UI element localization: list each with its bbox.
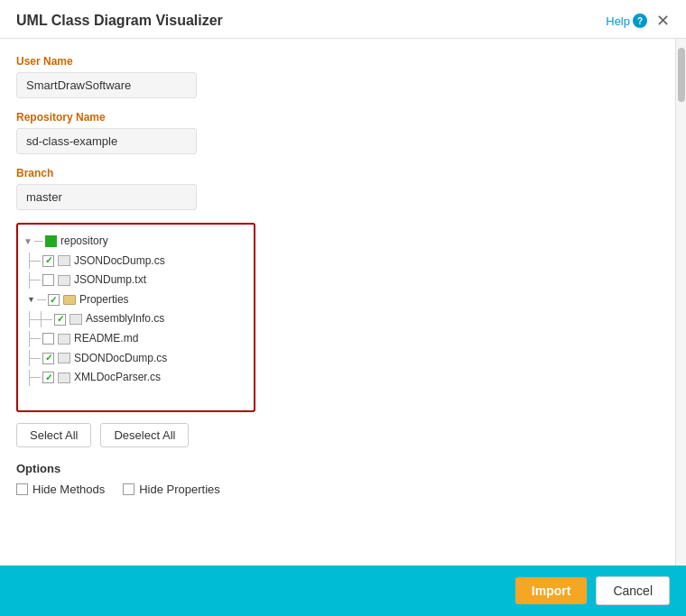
- options-title: Options: [16, 462, 659, 475]
- title-actions: Help ? ✕: [606, 13, 670, 29]
- hide-methods-label: Hide Methods: [32, 483, 105, 496]
- tree-buttons-row: Select All Deselect All: [16, 423, 659, 447]
- repo-name-label: Repository Name: [16, 111, 659, 124]
- tree-root-row: ▼ repository: [23, 232, 248, 252]
- user-name-input[interactable]: SmartDrawSoftware: [16, 72, 197, 98]
- branch-label: Branch: [16, 167, 659, 179]
- list-item: README.md: [23, 329, 248, 349]
- checkbox-sdondocdump[interactable]: [42, 353, 54, 364]
- help-link[interactable]: Help ?: [606, 14, 647, 28]
- help-icon: ?: [633, 14, 647, 28]
- hide-methods-option[interactable]: Hide Methods: [16, 483, 105, 496]
- file-icon: [70, 314, 82, 325]
- hide-properties-checkbox[interactable]: [123, 483, 134, 495]
- dialog-title: UML Class Diagram Visualizer: [16, 13, 223, 29]
- checkbox-readme[interactable]: [42, 333, 54, 345]
- list-item: AssemblyInfo.cs: [23, 309, 248, 329]
- file-label: README.md: [74, 329, 138, 349]
- left-panel: User Name SmartDrawSoftware Repository N…: [0, 39, 675, 565]
- hide-properties-label: Hide Properties: [139, 483, 220, 496]
- main-content: User Name SmartDrawSoftware Repository N…: [0, 39, 686, 565]
- select-all-button[interactable]: Select All: [16, 423, 91, 447]
- checkbox-jsondocdump[interactable]: [42, 255, 54, 267]
- file-label: JSONDump.txt: [74, 271, 146, 290]
- file-label: XMLDocParser.cs: [74, 368, 161, 388]
- file-icon: [58, 275, 70, 286]
- help-label: Help: [606, 14, 630, 28]
- folder-icon: [63, 295, 76, 305]
- file-icon: [58, 353, 70, 363]
- checkbox-properties[interactable]: [48, 294, 60, 306]
- checkbox-assemblyinfo[interactable]: [54, 314, 66, 326]
- repo-icon: [45, 235, 57, 247]
- list-item: JSONDocDump.cs: [23, 252, 248, 271]
- footer-bar: Import Cancel: [0, 565, 686, 616]
- folder-label: Properties: [79, 290, 129, 310]
- scrollbar-thumb[interactable]: [678, 48, 685, 102]
- file-icon: [58, 255, 70, 266]
- file-label: JSONDocDump.cs: [74, 252, 165, 271]
- hide-methods-checkbox[interactable]: [16, 483, 28, 495]
- options-section: Options Hide Methods Hide Properties: [16, 462, 659, 496]
- import-button[interactable]: Import: [515, 577, 588, 604]
- expand-props[interactable]: ▼: [27, 292, 35, 307]
- tree-root-label: repository: [60, 232, 108, 252]
- user-name-label: User Name: [16, 55, 659, 68]
- deselect-all-button[interactable]: Deselect All: [100, 423, 189, 447]
- branch-input[interactable]: master: [16, 184, 197, 210]
- title-bar: UML Class Diagram Visualizer Help ? ✕: [0, 0, 686, 39]
- cancel-button[interactable]: Cancel: [596, 576, 670, 605]
- checkbox-xmldocparser[interactable]: [42, 372, 54, 383]
- scrollbar[interactable]: [675, 39, 686, 565]
- list-item: XMLDocParser.cs: [23, 368, 248, 388]
- file-label: SDONDocDump.cs: [74, 349, 167, 369]
- checkbox-jsondump[interactable]: [42, 274, 54, 286]
- h-line: [34, 241, 43, 242]
- repo-name-input[interactable]: sd-class-example: [16, 128, 197, 154]
- file-icon: [58, 372, 70, 383]
- dialog: UML Class Diagram Visualizer Help ? ✕ Us…: [0, 0, 686, 616]
- expand-root[interactable]: ▼: [23, 234, 34, 250]
- file-icon: [58, 334, 70, 345]
- list-item: ▼ Properties: [23, 290, 248, 310]
- file-tree: ▼ repository JSONDocDump.cs: [16, 223, 255, 412]
- list-item: JSONDump.txt: [23, 271, 248, 290]
- list-item: SDONDocDump.cs: [23, 349, 248, 369]
- options-row: Hide Methods Hide Properties: [16, 483, 659, 496]
- file-label: AssemblyInfo.cs: [86, 309, 164, 329]
- hide-properties-option[interactable]: Hide Properties: [123, 483, 220, 496]
- close-button[interactable]: ✕: [656, 13, 670, 29]
